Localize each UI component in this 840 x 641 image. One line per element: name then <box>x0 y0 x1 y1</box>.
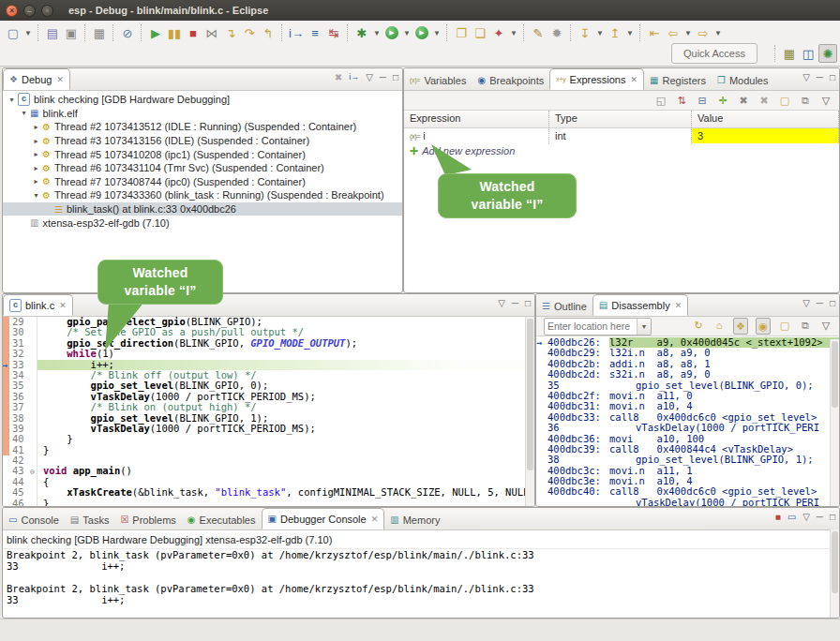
use-step-filters-icon[interactable]: ↹ <box>325 24 342 41</box>
new-wizard-dropdown-icon[interactable]: ▼ <box>23 24 33 41</box>
tree-expander-icon[interactable]: ▸ <box>31 177 41 186</box>
previous-annotation-dropdown-icon[interactable]: ▼ <box>625 24 635 41</box>
maximize-view-icon[interactable]: □ <box>830 298 835 308</box>
close-tab-icon[interactable]: ✕ <box>371 514 379 524</box>
disassembly-source-line[interactable]: 38gpio_set_level(BLINK_GPIO, 1); <box>536 455 839 465</box>
location-input[interactable] <box>545 320 637 332</box>
view-menu-icon[interactable]: ▽ <box>802 72 810 82</box>
debug-tree-item[interactable]: ▾cblink checking [GDB Hardware Debugging… <box>3 93 402 107</box>
close-tab-icon[interactable]: ✕ <box>56 75 64 84</box>
close-window-icon[interactable]: ✕ <box>6 5 18 17</box>
suspend-icon[interactable]: ▮▮ <box>166 24 183 41</box>
editor-tab-blink.c[interactable]: cblink.c✕ <box>3 294 73 316</box>
cpp-perspective-icon[interactable]: ◫ <box>800 45 817 62</box>
step-into-icon[interactable]: ↴ <box>222 24 239 41</box>
tree-expander-icon[interactable]: ▾ <box>19 109 29 117</box>
disconnect-icon[interactable]: ⋈ <box>203 24 220 41</box>
minimize-view-icon[interactable]: ─ <box>817 298 823 308</box>
link-debug-context-icon[interactable]: ❖ <box>733 318 748 335</box>
new-view-icon[interactable]: ▢ <box>778 93 791 108</box>
new-wizard-icon[interactable]: ▢ <box>5 24 22 41</box>
pin-view-icon[interactable]: ⧉ <box>799 318 812 333</box>
minimize-view-icon[interactable]: ─ <box>817 512 823 522</box>
external-tools-dropdown-icon[interactable]: ▼ <box>432 24 442 41</box>
console-tab-memory[interactable]: ▥Memory <box>384 510 445 529</box>
debug-tree-item[interactable]: ▾▦blink.elf <box>3 107 402 121</box>
instruction-stepping-icon[interactable]: i→ <box>288 24 305 41</box>
view-menu-icon[interactable]: ▽ <box>498 298 505 308</box>
open-perspective-icon[interactable]: ▦ <box>781 45 798 62</box>
disassembly-scrollbar[interactable] <box>830 339 839 506</box>
maximize-view-icon[interactable]: □ <box>393 72 398 82</box>
expressions-tab-registers[interactable]: ▦Registers <box>644 70 712 90</box>
instruction-pointer-icon[interactable]: → <box>2 360 8 370</box>
debug-icon[interactable]: ✱ <box>353 24 370 41</box>
close-tab-icon[interactable]: ✕ <box>630 75 638 84</box>
line-number[interactable]: 45 <box>9 487 38 498</box>
view-menu-icon[interactable]: ▽ <box>819 318 832 333</box>
remove-all-terminated-icon[interactable]: ✖ <box>335 72 342 82</box>
location-combo[interactable]: ▼ <box>544 318 652 335</box>
next-annotation-dropdown-icon[interactable]: ▼ <box>595 24 605 41</box>
maximize-view-icon[interactable]: □ <box>830 512 835 522</box>
console-tab-debugger-console[interactable]: ▣Debugger Console✕ <box>262 508 385 529</box>
line-number[interactable]: 32 <box>9 349 38 359</box>
expressions-tab-variables[interactable]: (x)=Variables <box>404 70 472 90</box>
forward-icon[interactable]: ⇨ <box>695 24 712 41</box>
debug-tree-item[interactable]: ▸⚙Thread #5 1073410208 (ipc1) (Suspended… <box>3 147 402 161</box>
refresh-icon[interactable]: ↻ <box>692 318 705 333</box>
back-icon[interactable]: ⇦ <box>665 24 682 41</box>
minimize-view-icon[interactable]: ─ <box>512 298 518 308</box>
tree-expander-icon[interactable]: ▾ <box>31 191 41 200</box>
console-scrollbar[interactable] <box>830 529 839 618</box>
save-all-icon[interactable]: ▣ <box>63 24 80 41</box>
code-line[interactable]: 40 } <box>3 434 534 444</box>
build-icon[interactable]: ▦ <box>91 24 108 41</box>
remove-expression-icon[interactable]: ✖ <box>737 93 750 108</box>
open-resource-icon[interactable]: ❏ <box>472 24 488 41</box>
run-icon[interactable]: ▶ <box>383 24 400 41</box>
debug-dropdown-icon[interactable]: ▼ <box>372 24 382 41</box>
show-type-names-icon[interactable]: ◱ <box>654 93 668 108</box>
console-tab-tasks[interactable]: ▤Tasks <box>65 510 115 529</box>
terminate-icon[interactable]: ■ <box>185 24 202 41</box>
disassembly-tab-outline[interactable]: ☰Outline <box>536 296 592 316</box>
tree-expander-icon[interactable]: ▸ <box>31 123 41 131</box>
previous-annotation-icon[interactable]: ↥ <box>607 24 623 41</box>
minimize-window-icon[interactable]: – <box>23 5 36 17</box>
back-dropdown-icon[interactable]: ▼ <box>683 24 693 41</box>
open-type-icon[interactable]: ❐ <box>453 24 470 41</box>
tree-expander-icon[interactable]: ▸ <box>31 150 41 158</box>
line-number[interactable]: 40 <box>9 434 38 444</box>
display-console-icon[interactable]: ▭ <box>788 512 796 522</box>
view-menu-icon[interactable]: ▽ <box>366 72 373 82</box>
debug-tree-item[interactable]: ☰blink_task() at blink.c:33 0x400dbc26 <box>3 202 402 216</box>
save-icon[interactable]: ▤ <box>44 24 61 41</box>
code-line[interactable]: 41} <box>3 445 534 455</box>
view-menu-icon[interactable]: ▽ <box>802 512 810 522</box>
code-line[interactable]: 43 ⊖void app_main() <box>3 466 534 476</box>
maximize-view-icon[interactable]: □ <box>525 298 531 308</box>
maximize-window-icon[interactable]: ▫ <box>41 5 53 17</box>
resume-icon[interactable]: ▶ <box>147 24 164 41</box>
next-annotation-icon[interactable]: ↧ <box>577 24 593 41</box>
disassembly-line[interactable]: 400dbc2d:s32i.n a8, a9, 0 <box>536 369 839 380</box>
debug-tab-debug[interactable]: ❖Debug✕ <box>3 68 70 90</box>
home-icon[interactable]: ⌂ <box>712 318 726 333</box>
disassembly-tab-disassembly[interactable]: ▤Disassembly✕ <box>592 294 688 316</box>
minimize-view-icon[interactable]: ─ <box>817 72 823 82</box>
view-menu-icon[interactable]: ▽ <box>819 93 832 108</box>
skip-all-breakpoints-icon[interactable]: ⊘ <box>119 24 136 41</box>
disassembly-source-line[interactable]: vTaskDelay(1000 / portTICK_PERI <box>536 498 839 507</box>
pin-view-icon[interactable]: ⧉ <box>799 93 812 108</box>
console-tab-executables[interactable]: ◉Executables <box>182 510 262 529</box>
debug-tree-item[interactable]: ▸⚙Thread #6 1073431104 (Tmr Svc) (Suspen… <box>3 161 402 175</box>
location-dropdown-icon[interactable]: ▼ <box>637 319 651 335</box>
mark-occurrences-icon[interactable]: ✎ <box>530 24 547 41</box>
debug-tree-item[interactable]: ▸⚙Thread #7 1073408744 (ipc0) (Suspended… <box>3 175 402 189</box>
view-menu-icon[interactable]: ▽ <box>802 298 810 308</box>
tree-expander-icon[interactable]: ▾ <box>7 96 17 104</box>
last-edit-location-icon[interactable]: ⇤ <box>646 24 663 41</box>
run-dropdown-icon[interactable]: ▼ <box>402 24 412 41</box>
debug-tree-item[interactable]: ▾⚙Thread #9 1073433360 (blink_task : Run… <box>3 188 402 202</box>
